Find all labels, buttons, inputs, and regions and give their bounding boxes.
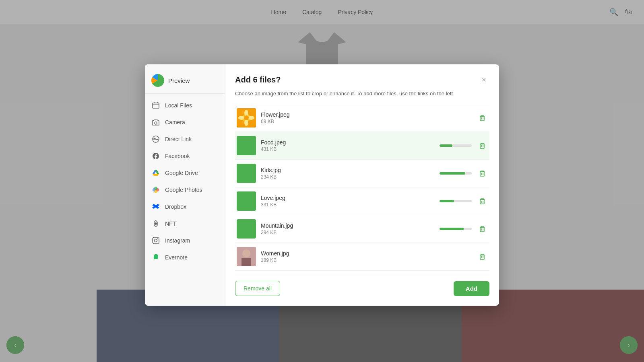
- progress-bar-mountain: [440, 228, 464, 230]
- file-list: Flower.jpeg 69 KB Food.jpeg 431 KB: [235, 104, 489, 271]
- svg-rect-42: [480, 255, 484, 259]
- file-thumb-mountain: [237, 219, 256, 239]
- add-files-modal: Preview Local Files Camera: [145, 64, 499, 306]
- sidebar-label-nft: NFT: [165, 220, 176, 227]
- file-progress-love: [440, 200, 472, 202]
- evernote-icon: [151, 253, 160, 262]
- svg-point-10: [154, 187, 157, 190]
- sidebar-item-facebook[interactable]: Facebook: [145, 148, 225, 165]
- sidebar-item-dropbox[interactable]: Dropbox: [145, 198, 225, 215]
- svg-point-20: [244, 119, 248, 126]
- preview-logo: [151, 74, 164, 87]
- file-info-kids: Kids.jpg 234 KB: [261, 167, 435, 180]
- local-files-icon: [151, 101, 160, 110]
- svg-point-23: [244, 115, 249, 120]
- delete-kids-button[interactable]: [477, 168, 488, 179]
- sidebar-label-dropbox: Dropbox: [165, 204, 186, 210]
- sidebar-header: Preview: [145, 71, 225, 94]
- remove-all-button[interactable]: Remove all: [235, 281, 280, 296]
- file-progress-kids: [440, 172, 472, 175]
- delete-women-button[interactable]: [477, 251, 488, 262]
- modal-sidebar: Preview Local Files Camera: [145, 64, 225, 306]
- progress-bar-kids: [440, 172, 465, 175]
- sidebar-label-instagram: Instagram: [165, 237, 190, 244]
- progress-bar-food: [440, 144, 452, 147]
- svg-point-40: [242, 249, 250, 257]
- file-info-mountain: Mountain.jpg 294 KB: [261, 222, 435, 235]
- file-name-women: Women.jpg: [261, 250, 472, 257]
- svg-point-21: [238, 116, 245, 120]
- svg-point-13: [155, 222, 157, 225]
- sidebar-item-nft[interactable]: NFT: [145, 215, 225, 232]
- file-item-food[interactable]: Food.jpeg 431 KB: [235, 132, 489, 160]
- file-item-mountain[interactable]: Mountain.jpg 294 KB: [235, 215, 489, 243]
- file-name-food: Food.jpeg: [261, 139, 435, 146]
- file-size-food: 431 KB: [261, 146, 435, 152]
- progress-bar-love: [440, 200, 454, 202]
- file-thumb-women: [237, 247, 256, 266]
- modal-footer: Remove all Add: [235, 274, 489, 296]
- svg-rect-14: [153, 237, 159, 244]
- file-info-food: Food.jpeg 431 KB: [261, 139, 435, 152]
- file-name-mountain: Mountain.jpg: [261, 222, 435, 229]
- nft-icon: [151, 219, 160, 228]
- modal-content: Add 6 files? × Choose an image from the …: [225, 64, 499, 306]
- sidebar-item-google-drive[interactable]: Google Drive: [145, 165, 225, 181]
- close-button[interactable]: ×: [478, 74, 489, 85]
- facebook-icon: [151, 152, 160, 160]
- delete-flower-button[interactable]: [477, 112, 488, 123]
- svg-rect-4: [153, 103, 159, 108]
- file-thumb-flower: [237, 108, 256, 128]
- sidebar-item-evernote[interactable]: Evernote: [145, 249, 225, 266]
- file-size-mountain: 294 KB: [261, 230, 435, 235]
- svg-rect-33: [480, 200, 484, 204]
- file-size-love: 331 KB: [261, 202, 435, 208]
- instagram-icon: [151, 236, 160, 245]
- file-size-kids: 234 KB: [261, 174, 435, 180]
- file-size-women: 189 KB: [261, 257, 472, 263]
- svg-rect-24: [480, 116, 484, 121]
- google-drive-icon: [151, 169, 160, 177]
- delete-love-button[interactable]: [477, 195, 488, 207]
- sidebar-label-google-drive: Google Drive: [165, 170, 198, 176]
- file-name-flower: Flower.jpeg: [261, 111, 472, 118]
- svg-rect-30: [480, 172, 484, 176]
- modal-subtitle: Choose an image from the list to crop or…: [235, 90, 489, 97]
- file-item-flower[interactable]: Flower.jpeg 69 KB: [235, 104, 489, 132]
- file-info-flower: Flower.jpeg 69 KB: [261, 111, 472, 124]
- google-photos-icon: [151, 185, 160, 194]
- sidebar-label-camera: Camera: [165, 119, 185, 125]
- sidebar-item-camera[interactable]: Camera: [145, 114, 225, 131]
- sidebar-label-facebook: Facebook: [165, 153, 190, 159]
- file-info-women: Women.jpg 189 KB: [261, 250, 472, 263]
- sidebar-label-google-photos: Google Photos: [165, 187, 202, 193]
- file-item-women[interactable]: Women.jpg 189 KB: [235, 243, 489, 271]
- file-thumb-food: [237, 136, 256, 155]
- file-name-kids: Kids.jpg: [261, 167, 435, 173]
- sidebar-item-direct-link[interactable]: Direct Link: [145, 131, 225, 148]
- sidebar-item-local-files[interactable]: Local Files: [145, 97, 225, 114]
- svg-rect-41: [242, 258, 251, 266]
- file-progress-food: [440, 144, 472, 147]
- svg-rect-36: [480, 227, 484, 232]
- file-item-kids[interactable]: Kids.jpg 234 KB: [235, 160, 489, 187]
- file-item-love[interactable]: Love.jpeg 331 KB: [235, 187, 489, 215]
- sidebar-item-instagram[interactable]: Instagram: [145, 232, 225, 249]
- sidebar-label-direct-link: Direct Link: [165, 136, 192, 142]
- sidebar-label-evernote: Evernote: [165, 254, 188, 261]
- sidebar-item-google-photos[interactable]: Google Photos: [145, 181, 225, 198]
- svg-rect-27: [480, 144, 484, 148]
- delete-mountain-button[interactable]: [477, 223, 488, 234]
- svg-point-5: [155, 122, 157, 124]
- file-thumb-love: [237, 191, 256, 211]
- delete-food-button[interactable]: [477, 140, 488, 151]
- camera-icon: [151, 118, 160, 127]
- file-thumb-kids: [237, 164, 256, 183]
- add-button[interactable]: Add: [454, 281, 489, 296]
- svg-point-15: [155, 239, 157, 242]
- svg-point-16: [157, 239, 158, 239]
- modal-title: Add 6 files?: [235, 75, 281, 84]
- modal-header: Add 6 files? ×: [235, 74, 489, 85]
- svg-point-19: [244, 110, 248, 116]
- file-info-love: Love.jpeg 331 KB: [261, 195, 435, 208]
